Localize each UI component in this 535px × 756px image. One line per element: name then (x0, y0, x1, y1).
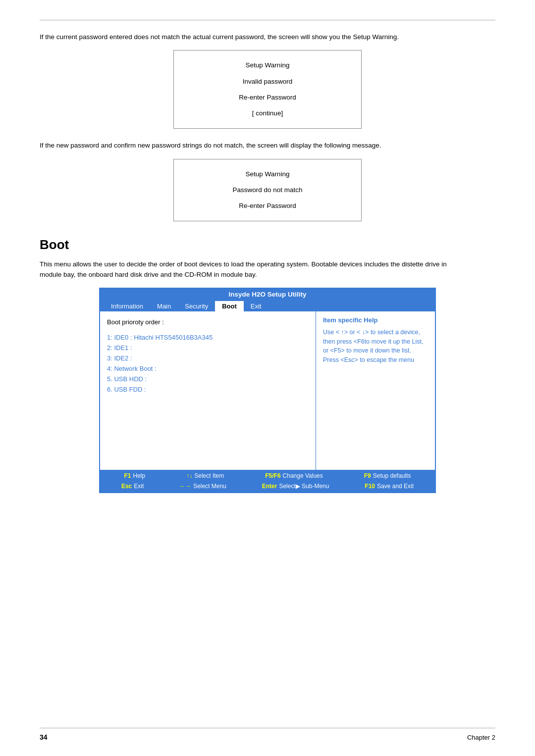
boot-item-3: 3: IDE2 : (107, 354, 309, 362)
nav-main[interactable]: Main (150, 301, 178, 311)
intro-text-1: If the current password entered does not… (40, 32, 466, 42)
boot-item-5: 5. USB HDD : (107, 375, 309, 383)
boot-description: This menu allows the user to decide the … (40, 259, 466, 280)
footer-desc-exit: Exit (134, 483, 144, 490)
warning-box-2: Setup Warning Password do not match Re-e… (173, 159, 362, 222)
warning-box-2-line3: Re-enter Password (189, 201, 346, 211)
chapter-label: Chapter 2 (467, 734, 495, 741)
footer-key-f9: F9 (364, 472, 371, 479)
footer-desc-selectitem: Select Item (194, 472, 224, 479)
footer-desc-changevalues: Change Values (283, 472, 323, 479)
footer-leftright: ←→ Select Menu (179, 483, 226, 490)
warning-box-1-line1: Setup Warning (189, 60, 346, 70)
nav-security[interactable]: Security (178, 301, 215, 311)
footer-key-enter: Enter (262, 483, 277, 490)
bios-title: Insyde H2O Setup Utility (100, 289, 435, 300)
nav-information[interactable]: Information (104, 301, 150, 311)
footer-key-updown: ↑↓ (186, 472, 192, 479)
page-footer: 34 Chapter 2 (40, 728, 495, 741)
top-rule (40, 20, 495, 20)
footer-f9: F9 Setup defaults (364, 472, 411, 479)
boot-section-title: Boot (40, 237, 495, 252)
footer-f1: F1 Help (124, 472, 146, 479)
bios-body: Boot prioroty order : 1: IDE0 : Hitachi … (100, 311, 435, 470)
boot-priority-label: Boot prioroty order : (107, 318, 309, 326)
footer-desc-selectsubmenu: Select▶ Sub-Menu (279, 483, 329, 490)
footer-f10: F10 Save and Exit (365, 483, 414, 490)
warning-box-1-line4: [ continue] (189, 108, 346, 118)
bios-left-pane: Boot prioroty order : 1: IDE0 : Hitachi … (100, 311, 316, 470)
bios-nav: Information Main Security Boot Exit (100, 300, 435, 311)
footer-enter: Enter Select▶ Sub-Menu (262, 483, 329, 490)
boot-item-4: 4: Network Boot : (107, 365, 309, 372)
warning-box-2-line2: Password do not match (189, 185, 346, 195)
footer-desc-selectmenu: Select Menu (193, 483, 226, 490)
bios-utility: Insyde H2O Setup Utility Information Mai… (99, 288, 436, 493)
footer-key-esc: Esc (121, 483, 132, 490)
footer-desc-setupdefaults: Setup defaults (373, 472, 411, 479)
intro-text-2: If the new password and confirm new pass… (40, 141, 466, 151)
warning-box-1: Setup Warning Invalid password Re-enter … (173, 50, 362, 129)
boot-item-1: 1: IDE0 : Hitachi HTS545016B3A345 (107, 334, 309, 341)
footer-key-f10: F10 (365, 483, 375, 490)
footer-esc: Esc Exit (121, 483, 144, 490)
warning-box-2-line1: Setup Warning (189, 169, 346, 179)
footer-key-leftright: ←→ (179, 483, 191, 490)
help-title: Item specific Help (323, 316, 428, 324)
help-text: Use < ↑> or < ↓> to select a device, the… (323, 328, 428, 365)
footer-key-f1: F1 (124, 472, 131, 479)
footer-key-f5f6: F5/F6 (265, 472, 280, 479)
nav-boot[interactable]: Boot (215, 301, 244, 311)
warning-box-1-line3: Re-enter Password (189, 93, 346, 102)
nav-exit[interactable]: Exit (244, 301, 268, 311)
footer-f5f6: F5/F6 Change Values (265, 472, 323, 479)
bios-footer: F1 Help ↑↓ Select Item F5/F6 Change Valu… (100, 470, 435, 492)
bios-right-pane: Item specific Help Use < ↑> or < ↓> to s… (316, 311, 435, 470)
footer-updown: ↑↓ Select Item (186, 472, 224, 479)
warning-box-1-line2: Invalid password (189, 77, 346, 87)
boot-item-6: 6. USB FDD : (107, 386, 309, 393)
footer-desc-saveexit: Save and Exit (377, 483, 414, 490)
footer-desc-help: Help (133, 472, 146, 479)
boot-item-2: 2: IDE1 : (107, 344, 309, 352)
page-number: 34 (40, 733, 48, 741)
